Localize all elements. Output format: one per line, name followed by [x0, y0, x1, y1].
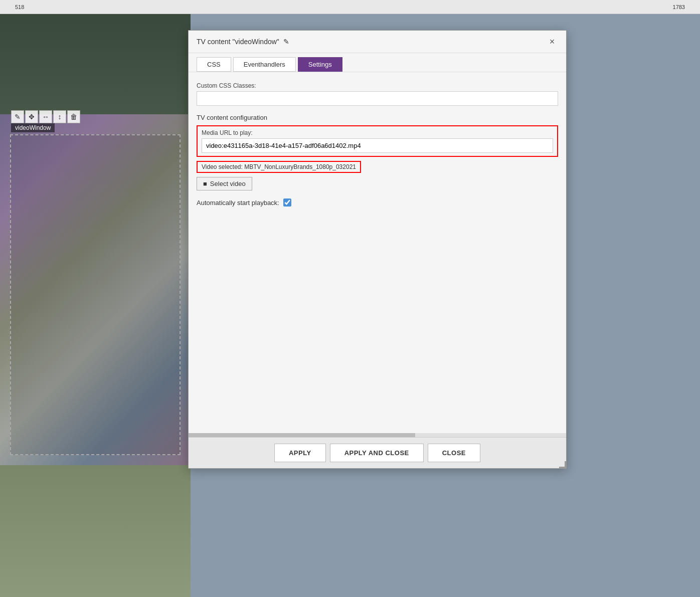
tab-settings[interactable]: Settings: [298, 57, 342, 72]
modal-title: TV content "videoWindow" ✎: [197, 38, 289, 46]
ruler: 518 1783: [0, 0, 700, 14]
custom-css-input[interactable]: [197, 91, 558, 106]
modal-close-button[interactable]: ×: [546, 36, 558, 48]
auto-start-label: Automatically start playback:: [197, 199, 279, 207]
select-video-icon: ■: [203, 180, 207, 187]
apply-button[interactable]: APPLY: [274, 444, 326, 462]
modal-dialog: TV content "videoWindow" ✎ × CSS Eventha…: [188, 30, 567, 469]
modal-tabs: CSS Eventhandlers Settings: [189, 53, 566, 72]
auto-start-checkbox[interactable]: [283, 198, 291, 207]
auto-start-row: Automatically start playback:: [197, 198, 558, 207]
element-toolbar: ✎ ✥ ↔ ↕ 🗑: [11, 110, 80, 123]
media-url-section: Media URL to play:: [197, 125, 558, 157]
video-window-label: videoWindow: [11, 123, 55, 132]
title-edit-icon: ✎: [283, 38, 289, 46]
move-button[interactable]: ✥: [25, 110, 38, 123]
ruler-left-value: 518: [15, 4, 24, 10]
video-window-element[interactable]: videoWindow ✎ ✥ ↔ ↕ 🗑: [10, 134, 181, 455]
media-url-input[interactable]: [202, 138, 553, 153]
modal-scrollbar[interactable]: [189, 433, 566, 437]
resize-v-button[interactable]: ↕: [53, 110, 66, 123]
video-selected-badge: Video selected: MBTV_NonLuxuryBrands_108…: [197, 161, 361, 173]
select-video-button[interactable]: ■ Select video: [197, 177, 252, 190]
ruler-right-value: 1783: [673, 4, 685, 10]
modal-footer: APPLY APPLY AND CLOSE CLOSE: [189, 437, 566, 468]
apply-close-button[interactable]: APPLY AND CLOSE: [330, 444, 424, 462]
tv-config-label: TV content configuration: [197, 114, 558, 121]
modal-scrollbar-thumb: [189, 433, 415, 437]
tab-eventhandlers[interactable]: Eventhandlers: [233, 57, 296, 72]
custom-css-label: Custom CSS Classes:: [197, 82, 558, 89]
resize-h-button[interactable]: ↔: [39, 110, 52, 123]
close-button[interactable]: CLOSE: [428, 444, 480, 462]
media-url-label: Media URL to play:: [202, 129, 553, 136]
canvas-area: videoWindow ✎ ✥ ↔ ↕ 🗑: [0, 14, 191, 597]
modal-header: TV content "videoWindow" ✎ ×: [189, 31, 566, 53]
delete-button[interactable]: 🗑: [67, 110, 80, 123]
select-video-label: Select video: [210, 180, 246, 187]
resize-handle[interactable]: [559, 461, 566, 468]
tab-css[interactable]: CSS: [197, 57, 231, 72]
modal-body: Custom CSS Classes: TV content configura…: [189, 72, 566, 433]
edit-button[interactable]: ✎: [11, 110, 24, 123]
